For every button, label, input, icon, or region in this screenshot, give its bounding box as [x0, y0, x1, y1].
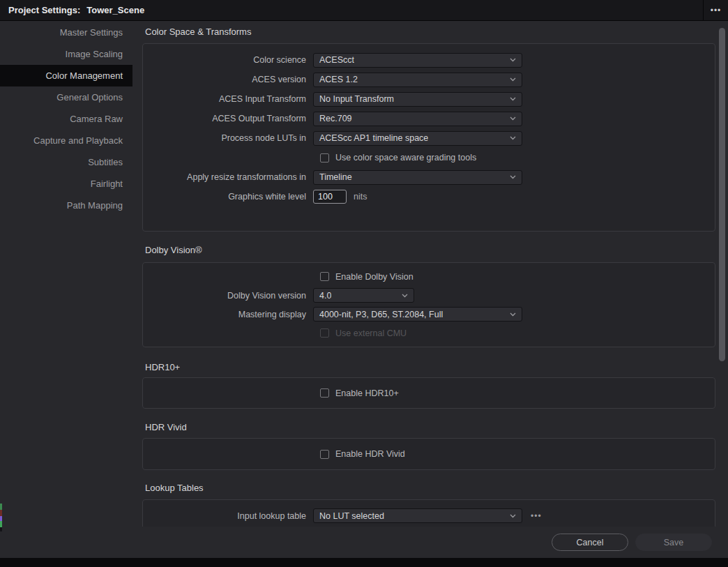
sidebar-item-capture-and-playback[interactable]: Capture and Playback: [0, 130, 132, 151]
sidebar-item-fairlight[interactable]: Fairlight: [0, 173, 132, 195]
mastering-display-label: Mastering display: [143, 310, 313, 319]
dropdown-value: No Input Transform: [319, 94, 394, 104]
dialog-title: Project Settings:: [8, 5, 80, 15]
color-science-dropdown[interactable]: ACEScct: [313, 53, 522, 68]
dropdown-value: 4000-nit, P3, D65, ST.2084, Full: [319, 310, 443, 319]
chevron-down-icon: [510, 136, 516, 140]
checkbox-row: Use external CMU: [143, 324, 715, 342]
chevron-down-icon: [510, 116, 516, 121]
external-cmu-label: Use external CMU: [335, 328, 407, 338]
ellipsis-icon: •••: [711, 6, 722, 15]
chevron-down-icon: [510, 97, 516, 101]
color-space-panel: Color science ACEScct ACES version ACES …: [142, 43, 715, 232]
hdr-vivid-panel: Enable HDR Vivid: [142, 438, 715, 470]
section-title-color-space: Color Space & Transforms: [145, 27, 251, 38]
cancel-button[interactable]: Cancel: [552, 534, 628, 551]
dropdown-value: ACES 1.2: [319, 75, 358, 84]
titlebar: Project Settings: Tower_Scene •••: [0, 0, 728, 21]
chevron-down-icon: [402, 294, 408, 298]
enable-hdr-vivid-checkbox[interactable]: [320, 450, 329, 459]
dropdown-value: Rec.709: [319, 114, 352, 123]
mastering-display-dropdown[interactable]: 4000-nit, P3, D65, ST.2084, Full: [313, 307, 522, 322]
checkbox-row: Enable Dolby Vision: [143, 267, 715, 286]
enable-dolby-vision-label[interactable]: Enable Dolby Vision: [335, 272, 414, 282]
sidebar-item-master-settings[interactable]: Master Settings: [0, 22, 132, 43]
dropdown-value: ACEScc AP1 timeline space: [319, 133, 428, 143]
color-science-label: Color science: [143, 55, 313, 65]
field-row: Apply resize transformations in Timeline: [143, 167, 715, 187]
field-row: Process node LUTs in ACEScc AP1 timeline…: [143, 128, 715, 148]
sidebar-item-image-scaling[interactable]: Image Scaling: [0, 43, 132, 65]
save-button[interactable]: Save: [635, 534, 712, 551]
aces-version-label: ACES version: [143, 75, 313, 84]
dropdown-value: No LUT selected: [319, 511, 384, 521]
desktop-edge-artifact: [0, 504, 2, 531]
options-menu-button[interactable]: •••: [703, 0, 728, 21]
content-scrollbar[interactable]: [719, 25, 725, 527]
graphics-white-level-input[interactable]: [313, 190, 347, 204]
dropdown-value: Timeline: [319, 172, 352, 182]
chevron-down-icon: [510, 77, 516, 82]
sidebar-item-general-options[interactable]: General Options: [0, 86, 132, 108]
project-settings-dialog: Project Settings: Tower_Scene ••• Master…: [0, 0, 728, 567]
process-node-luts-dropdown[interactable]: ACEScc AP1 timeline space: [313, 131, 522, 146]
dolby-version-dropdown[interactable]: 4.0: [313, 288, 414, 303]
dropdown-value: 4.0: [319, 291, 331, 301]
chevron-down-icon: [510, 514, 516, 518]
chevron-down-icon: [510, 175, 516, 179]
settings-sidebar: Master Settings Image Scaling Color Mana…: [0, 22, 132, 527]
external-cmu-checkbox: [320, 328, 329, 338]
aces-input-transform-dropdown[interactable]: No Input Transform: [313, 92, 522, 107]
settings-content: Color Space & Transforms Color science A…: [132, 21, 728, 527]
project-name: Tower_Scene: [86, 5, 144, 15]
section-title-lookup-tables: Lookup Tables: [145, 483, 204, 494]
resize-transforms-label: Apply resize transformations in: [143, 172, 313, 182]
input-lut-label: Input lookup table: [143, 511, 313, 521]
field-row: Color science ACEScct: [143, 50, 715, 70]
enable-hdr10plus-label[interactable]: Enable HDR10+: [335, 388, 399, 398]
process-node-luts-label: Process node LUTs in: [143, 133, 313, 143]
field-row: ACES Input Transform No Input Transform: [143, 89, 715, 109]
chevron-down-icon: [510, 58, 516, 62]
checkbox-row: Use color space aware grading tools: [143, 148, 715, 167]
chevron-down-icon: [510, 312, 516, 317]
resize-transforms-dropdown[interactable]: Timeline: [313, 170, 522, 185]
sidebar-item-color-management[interactable]: Color Management: [0, 65, 132, 86]
section-title-dolby-vision: Dolby Vision®: [145, 245, 202, 256]
aware-grading-checkbox[interactable]: [320, 153, 329, 162]
aces-output-transform-label: ACES Output Transform: [143, 114, 313, 123]
dolby-vision-panel: Enable Dolby Vision Dolby Vision version…: [142, 262, 715, 347]
aces-version-dropdown[interactable]: ACES 1.2: [313, 73, 522, 87]
scrollbar-thumb[interactable]: [719, 28, 725, 361]
enable-dolby-vision-checkbox[interactable]: [320, 272, 329, 281]
input-lut-dropdown[interactable]: No LUT selected: [313, 508, 522, 523]
lookup-tables-panel: Input lookup table No LUT selected •••: [142, 499, 715, 527]
dialog-footer: Cancel Save: [0, 527, 728, 558]
enable-hdr-vivid-label[interactable]: Enable HDR Vivid: [335, 449, 405, 459]
field-row: Input lookup table No LUT selected •••: [143, 500, 715, 527]
dropdown-value: ACEScct: [319, 55, 354, 65]
dolby-version-label: Dolby Vision version: [143, 291, 313, 301]
field-row: ACES version ACES 1.2: [143, 70, 715, 89]
graphics-white-level-unit: nits: [354, 192, 367, 202]
sidebar-item-subtitles[interactable]: Subtitles: [0, 151, 132, 173]
sidebar-item-camera-raw[interactable]: Camera Raw: [0, 108, 132, 130]
aces-output-transform-dropdown[interactable]: Rec.709: [313, 112, 522, 126]
graphics-white-level-label: Graphics white level: [143, 192, 313, 202]
field-row: Mastering display 4000-nit, P3, D65, ST.…: [143, 305, 715, 324]
field-row: ACES Output Transform Rec.709: [143, 109, 715, 128]
background-app-strip: [0, 558, 728, 567]
lut-browse-button[interactable]: •••: [531, 511, 542, 521]
section-title-hdr-vivid: HDR Vivid: [145, 422, 187, 433]
aware-grading-label[interactable]: Use color space aware grading tools: [335, 153, 476, 162]
field-row: Graphics white level nits: [143, 187, 715, 206]
sidebar-item-path-mapping[interactable]: Path Mapping: [0, 195, 132, 216]
aces-input-transform-label: ACES Input Transform: [143, 94, 313, 104]
enable-hdr10plus-checkbox[interactable]: [320, 388, 329, 398]
hdr10plus-panel: Enable HDR10+: [142, 377, 715, 409]
field-row: Dolby Vision version 4.0: [143, 286, 715, 305]
section-title-hdr10plus: HDR10+: [145, 362, 180, 373]
